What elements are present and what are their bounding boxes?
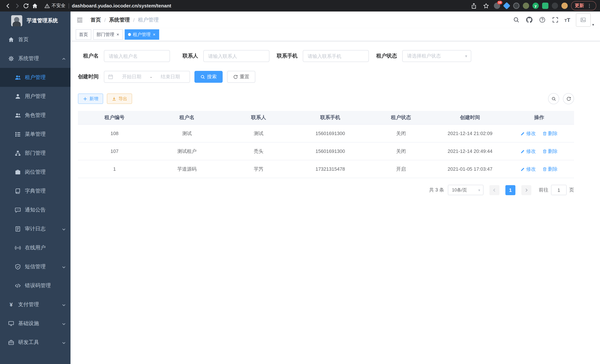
edit-button[interactable]: 修改 xyxy=(521,166,536,172)
extension-icon-1[interactable]: 10 xyxy=(494,3,500,9)
sidebar-item-dept[interactable]: 部门管理 xyxy=(0,144,71,162)
delete-button[interactable]: 删除 xyxy=(542,148,558,155)
sidebar-item-home[interactable]: 首页 xyxy=(0,30,71,49)
cell-name: 测试租户 xyxy=(151,142,223,160)
breadcrumb-separator: / xyxy=(104,17,106,23)
table-toolbar: 新增 导出 xyxy=(78,93,574,104)
browser-back-icon[interactable] xyxy=(4,1,13,10)
fullscreen-icon[interactable] xyxy=(551,16,559,24)
sidebar: 芋道管理系统 首页 系统管理 租户管理 用户管理 角色管理 xyxy=(0,11,71,364)
add-button[interactable]: 新增 xyxy=(78,93,103,104)
security-warning[interactable]: 不安全 xyxy=(45,3,66,9)
date-separator: - xyxy=(150,74,152,80)
org-tree-icon xyxy=(15,150,21,156)
sidebar-item-menu[interactable]: 菜单管理 xyxy=(0,125,71,144)
breadcrumb-system[interactable]: 系统管理 xyxy=(109,17,130,23)
export-button[interactable]: 导出 xyxy=(107,93,132,104)
next-page-button[interactable] xyxy=(521,185,531,195)
page-number-1[interactable]: 1 xyxy=(505,185,516,195)
sidebar-item-dict[interactable]: 字典管理 xyxy=(0,181,71,200)
tab-dept[interactable]: 部门管理 × xyxy=(93,29,123,40)
tab-home[interactable]: 首页 xyxy=(76,29,91,40)
reset-button[interactable]: 重置 xyxy=(227,71,255,83)
url-text[interactable]: dashboard.yudao.iocoder.cn/system/tenant xyxy=(72,3,171,9)
date-range-picker[interactable]: 开始日期 - 结束日期 xyxy=(104,71,190,83)
browser-update-button[interactable]: 更新 ⋮ xyxy=(571,1,596,10)
edit-icon xyxy=(521,167,525,171)
extension-icon-4[interactable] xyxy=(523,3,529,9)
close-icon[interactable]: × xyxy=(116,32,120,37)
browser-menu-icon[interactable]: ⋮ xyxy=(586,3,593,9)
sidebar-item-payment[interactable]: ¥ 支付管理 xyxy=(0,295,71,314)
chevron-down-icon xyxy=(62,302,66,307)
search-button[interactable]: 搜索 xyxy=(194,71,223,83)
mobile-input[interactable] xyxy=(303,50,369,62)
security-label: 不安全 xyxy=(52,3,66,9)
tab-tenant[interactable]: 租户管理 × xyxy=(125,29,159,40)
sidebar-item-dev-tools[interactable]: 研发工具 xyxy=(0,333,71,352)
tenant-name-input[interactable] xyxy=(104,50,170,62)
extension-icon-8[interactable] xyxy=(562,3,568,9)
status-select[interactable]: 请选择租户状态 ▾ xyxy=(402,50,471,62)
filter-mobile: 联系手机 xyxy=(277,50,369,62)
delete-button[interactable]: 删除 xyxy=(542,130,558,137)
browser-reload-icon[interactable] xyxy=(21,1,30,10)
edit-button[interactable]: 修改 xyxy=(521,148,536,155)
extension-icon-2[interactable] xyxy=(503,2,510,9)
close-icon[interactable]: × xyxy=(152,32,156,37)
sidebar-item-error-code[interactable]: 错误码管理 xyxy=(0,276,71,295)
col-status: 租户状态 xyxy=(366,111,436,124)
toggle-search-button[interactable] xyxy=(548,93,559,104)
share-icon[interactable] xyxy=(469,1,478,10)
extension-icon-6[interactable] xyxy=(542,3,548,9)
sidebar-item-system[interactable]: 系统管理 xyxy=(0,49,71,68)
create-time-label: 创建时间 xyxy=(78,74,99,80)
sidebar-item-audit-log[interactable]: 审计日志 xyxy=(0,219,71,238)
document-icon xyxy=(15,226,21,232)
contact-input[interactable] xyxy=(203,50,269,62)
bookmark-star-icon[interactable] xyxy=(482,1,490,10)
search-icon xyxy=(551,96,556,101)
cell-actions: 修改 删除 xyxy=(504,124,574,142)
sidebar-item-sms[interactable]: 短信管理 xyxy=(0,257,71,276)
user-menu[interactable]: ▾ xyxy=(576,13,594,27)
prev-page-button[interactable] xyxy=(489,185,499,195)
pagination: 共 3 条 10条/页 ▾ 1 前往 页 xyxy=(78,185,574,195)
sidebar-item-post[interactable]: 岗位管理 xyxy=(0,162,71,181)
cell-status: 关闭 xyxy=(366,142,436,160)
extension-icon-7[interactable] xyxy=(552,3,558,9)
divider xyxy=(68,3,69,8)
goto-page-input[interactable] xyxy=(551,185,567,195)
tenant-name-label: 租户名 xyxy=(78,53,99,59)
help-icon[interactable] xyxy=(538,16,546,24)
sidebar-collapse-button[interactable] xyxy=(76,16,84,24)
edit-button[interactable]: 修改 xyxy=(521,130,536,137)
sidebar-item-tenant[interactable]: 租户管理 xyxy=(0,68,71,87)
sidebar-item-infrastructure[interactable]: 基础设施 xyxy=(0,314,71,333)
goto-label: 前往 xyxy=(539,187,548,193)
extension-icon-5[interactable]: y xyxy=(533,3,539,9)
browser-home-icon[interactable] xyxy=(30,1,39,10)
browser-forward-icon[interactable] xyxy=(13,1,21,10)
refresh-table-button[interactable] xyxy=(563,93,574,104)
cell-created: 2021-12-14 21:02:09 xyxy=(436,124,504,142)
breadcrumb-home[interactable]: 首页 xyxy=(91,17,101,23)
cell-actions: 修改 删除 xyxy=(504,160,574,178)
sidebar-item-role[interactable]: 角色管理 xyxy=(0,106,71,125)
app-logo[interactable]: 芋道管理系统 xyxy=(0,11,71,30)
breadcrumb: 首页 / 系统管理 / 租户管理 xyxy=(91,17,159,23)
mobile-label: 联系手机 xyxy=(277,53,298,59)
yen-icon: ¥ xyxy=(8,301,14,308)
sidebar-item-online-users[interactable]: 在线用户 xyxy=(0,238,71,257)
sidebar-item-user[interactable]: 用户管理 xyxy=(0,87,71,106)
address-bar[interactable]: 不安全 dashboard.yudao.iocoder.cn/system/te… xyxy=(45,3,464,9)
delete-button[interactable]: 删除 xyxy=(542,166,558,172)
plus-icon xyxy=(83,96,88,101)
cell-id: 107 xyxy=(78,142,151,160)
sidebar-item-notice[interactable]: 通知公告 xyxy=(0,200,71,219)
search-icon[interactable] xyxy=(512,16,520,24)
font-size-icon[interactable]: TT xyxy=(564,17,570,23)
page-size-select[interactable]: 10条/页 ▾ xyxy=(448,185,484,195)
github-icon[interactable] xyxy=(525,16,533,24)
extension-icon-3[interactable] xyxy=(513,3,519,9)
